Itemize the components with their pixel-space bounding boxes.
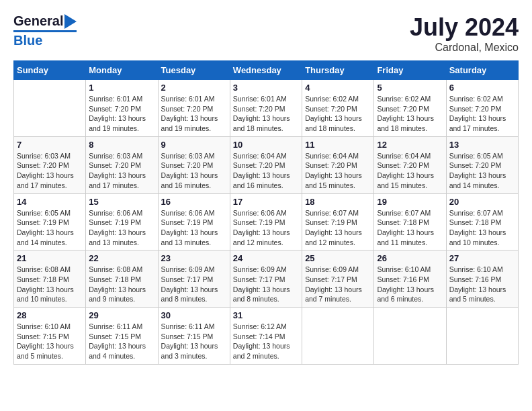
day-number: 12 [377, 140, 443, 150]
calendar-day-cell: 7Sunrise: 6:03 AM Sunset: 7:20 PM Daylig… [14, 136, 86, 193]
day-info: Sunrise: 6:05 AM Sunset: 7:20 PM Dayligh… [449, 151, 515, 191]
calendar-table: Sunday Monday Tuesday Wednesday Thursday… [13, 60, 519, 365]
calendar-day-cell: 5Sunrise: 6:02 AM Sunset: 7:20 PM Daylig… [374, 80, 446, 137]
day-info: Sunrise: 6:01 AM Sunset: 7:20 PM Dayligh… [161, 94, 227, 134]
calendar-day-cell: 31Sunrise: 6:12 AM Sunset: 7:14 PM Dayli… [230, 308, 302, 365]
calendar-header-row: Sunday Monday Tuesday Wednesday Thursday… [14, 61, 519, 80]
day-number: 31 [233, 310, 299, 320]
day-info: Sunrise: 6:10 AM Sunset: 7:16 PM Dayligh… [449, 265, 515, 304]
day-number: 7 [17, 140, 83, 150]
calendar-day-cell: 8Sunrise: 6:03 AM Sunset: 7:20 PM Daylig… [86, 136, 158, 193]
day-info: Sunrise: 6:07 AM Sunset: 7:18 PM Dayligh… [449, 208, 515, 248]
day-number: 10 [233, 140, 299, 150]
calendar-day-cell: 28Sunrise: 6:10 AM Sunset: 7:15 PM Dayli… [14, 308, 86, 365]
day-number: 13 [449, 140, 515, 150]
day-number: 21 [17, 253, 83, 263]
calendar-day-cell [14, 80, 86, 137]
day-info: Sunrise: 6:11 AM Sunset: 7:15 PM Dayligh… [89, 322, 154, 361]
header-sunday: Sunday [14, 61, 86, 80]
day-number: 17 [233, 197, 299, 207]
calendar-day-cell: 19Sunrise: 6:07 AM Sunset: 7:18 PM Dayli… [374, 193, 446, 250]
calendar-day-cell: 14Sunrise: 6:05 AM Sunset: 7:19 PM Dayli… [14, 193, 86, 250]
day-info: Sunrise: 6:08 AM Sunset: 7:18 PM Dayligh… [89, 265, 154, 304]
day-info: Sunrise: 6:04 AM Sunset: 7:20 PM Dayligh… [305, 151, 371, 191]
calendar-day-cell: 29Sunrise: 6:11 AM Sunset: 7:15 PM Dayli… [86, 308, 158, 365]
logo: General Blue [13, 13, 77, 48]
day-number: 16 [161, 197, 227, 207]
calendar-day-cell [374, 308, 446, 365]
day-info: Sunrise: 6:01 AM Sunset: 7:20 PM Dayligh… [233, 94, 299, 134]
day-number: 19 [377, 197, 443, 207]
page-subtitle: Cardonal, Mexico [410, 42, 519, 54]
header-tuesday: Tuesday [158, 61, 230, 80]
calendar-day-cell: 9Sunrise: 6:03 AM Sunset: 7:20 PM Daylig… [158, 136, 230, 193]
calendar-week-row: 1Sunrise: 6:01 AM Sunset: 7:20 PM Daylig… [14, 80, 519, 137]
day-info: Sunrise: 6:06 AM Sunset: 7:19 PM Dayligh… [233, 208, 299, 248]
day-info: Sunrise: 6:03 AM Sunset: 7:20 PM Dayligh… [17, 151, 83, 191]
calendar-day-cell: 22Sunrise: 6:08 AM Sunset: 7:18 PM Dayli… [86, 250, 158, 308]
calendar-week-row: 21Sunrise: 6:08 AM Sunset: 7:18 PM Dayli… [14, 250, 519, 308]
day-number: 6 [449, 83, 515, 93]
calendar-day-cell: 12Sunrise: 6:04 AM Sunset: 7:20 PM Dayli… [374, 136, 446, 193]
calendar-week-row: 7Sunrise: 6:03 AM Sunset: 7:20 PM Daylig… [14, 136, 519, 193]
header-thursday: Thursday [302, 61, 374, 80]
day-info: Sunrise: 6:07 AM Sunset: 7:18 PM Dayligh… [377, 208, 443, 248]
day-info: Sunrise: 6:09 AM Sunset: 7:17 PM Dayligh… [161, 265, 227, 304]
day-number: 1 [89, 83, 154, 93]
day-number: 9 [161, 140, 227, 150]
calendar-week-row: 28Sunrise: 6:10 AM Sunset: 7:15 PM Dayli… [14, 308, 519, 365]
day-number: 3 [233, 83, 299, 93]
day-info: Sunrise: 6:09 AM Sunset: 7:17 PM Dayligh… [233, 265, 299, 304]
day-info: Sunrise: 6:02 AM Sunset: 7:20 PM Dayligh… [449, 94, 515, 134]
day-number: 29 [89, 310, 154, 320]
logo-blue-text: Blue [13, 30, 77, 48]
day-number: 15 [89, 197, 154, 207]
calendar-day-cell: 1Sunrise: 6:01 AM Sunset: 7:20 PM Daylig… [86, 80, 158, 137]
day-info: Sunrise: 6:07 AM Sunset: 7:19 PM Dayligh… [305, 208, 371, 248]
calendar-day-cell: 20Sunrise: 6:07 AM Sunset: 7:18 PM Dayli… [446, 193, 518, 250]
day-number: 26 [377, 253, 443, 263]
day-info: Sunrise: 6:02 AM Sunset: 7:20 PM Dayligh… [305, 94, 371, 134]
calendar-day-cell: 27Sunrise: 6:10 AM Sunset: 7:16 PM Dayli… [446, 250, 518, 308]
day-number: 14 [17, 197, 83, 207]
day-number: 20 [449, 197, 515, 207]
calendar-day-cell [302, 308, 374, 365]
day-number: 23 [161, 253, 227, 263]
calendar-day-cell: 21Sunrise: 6:08 AM Sunset: 7:18 PM Dayli… [14, 250, 86, 308]
day-info: Sunrise: 6:02 AM Sunset: 7:20 PM Dayligh… [377, 94, 443, 134]
day-info: Sunrise: 6:04 AM Sunset: 7:20 PM Dayligh… [233, 151, 299, 191]
calendar-day-cell: 25Sunrise: 6:09 AM Sunset: 7:17 PM Dayli… [302, 250, 374, 308]
day-number: 8 [89, 140, 154, 150]
day-info: Sunrise: 6:08 AM Sunset: 7:18 PM Dayligh… [17, 265, 83, 304]
calendar-day-cell: 17Sunrise: 6:06 AM Sunset: 7:19 PM Dayli… [230, 193, 302, 250]
calendar-day-cell: 15Sunrise: 6:06 AM Sunset: 7:19 PM Dayli… [86, 193, 158, 250]
header-monday: Monday [86, 61, 158, 80]
calendar-day-cell: 6Sunrise: 6:02 AM Sunset: 7:20 PM Daylig… [446, 80, 518, 137]
day-info: Sunrise: 6:10 AM Sunset: 7:16 PM Dayligh… [377, 265, 443, 304]
day-info: Sunrise: 6:10 AM Sunset: 7:15 PM Dayligh… [17, 322, 83, 361]
logo-general-text: General [13, 13, 63, 29]
calendar-day-cell: 13Sunrise: 6:05 AM Sunset: 7:20 PM Dayli… [446, 136, 518, 193]
calendar-day-cell: 18Sunrise: 6:07 AM Sunset: 7:19 PM Dayli… [302, 193, 374, 250]
day-info: Sunrise: 6:06 AM Sunset: 7:19 PM Dayligh… [89, 208, 154, 248]
day-number: 18 [305, 197, 371, 207]
day-number: 27 [449, 253, 515, 263]
day-info: Sunrise: 6:03 AM Sunset: 7:20 PM Dayligh… [89, 151, 154, 191]
page-title: July 2024 [410, 13, 519, 42]
day-info: Sunrise: 6:01 AM Sunset: 7:20 PM Dayligh… [89, 94, 154, 134]
day-number: 4 [305, 83, 371, 93]
calendar-day-cell: 24Sunrise: 6:09 AM Sunset: 7:17 PM Dayli… [230, 250, 302, 308]
page-header: General Blue July 2024 Cardonal, Mexico [13, 13, 519, 54]
day-number: 28 [17, 310, 83, 320]
title-block: July 2024 Cardonal, Mexico [410, 13, 519, 54]
calendar-day-cell: 10Sunrise: 6:04 AM Sunset: 7:20 PM Dayli… [230, 136, 302, 193]
calendar-day-cell: 4Sunrise: 6:02 AM Sunset: 7:20 PM Daylig… [302, 80, 374, 137]
calendar-day-cell: 11Sunrise: 6:04 AM Sunset: 7:20 PM Dayli… [302, 136, 374, 193]
calendar-day-cell: 26Sunrise: 6:10 AM Sunset: 7:16 PM Dayli… [374, 250, 446, 308]
day-number: 25 [305, 253, 371, 263]
day-number: 22 [89, 253, 154, 263]
header-wednesday: Wednesday [230, 61, 302, 80]
header-friday: Friday [374, 61, 446, 80]
calendar-day-cell [446, 308, 518, 365]
svg-marker-0 [64, 14, 77, 29]
